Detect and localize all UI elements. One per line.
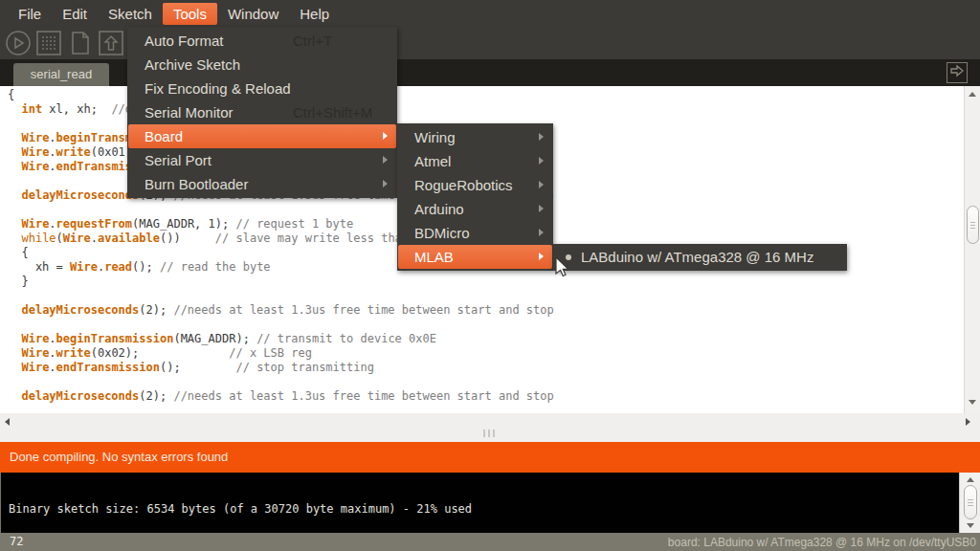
console-scroll-up-icon[interactable] <box>967 477 974 482</box>
board-menu-item-atmel[interactable]: Atmel <box>398 149 552 173</box>
mlab-submenu: LABduino w/ ATmega328 @ 16 MHz <box>553 244 847 271</box>
editor-vertical-scrollbar[interactable] <box>964 86 980 413</box>
menu-item-label: Fix Encoding & Reload <box>145 80 291 97</box>
stop-icon <box>35 30 62 56</box>
console-output: Binary sketch size: 6534 bytes (of a 307… <box>0 473 980 533</box>
menubar-item-help[interactable]: Help <box>289 3 340 25</box>
board-port-info: board: LABduino w/ ATmega328 @ 16 MHz on… <box>668 536 976 549</box>
menubar-item-sketch[interactable]: Sketch <box>98 3 163 25</box>
status-message: Done compiling. No syntax errors found <box>10 450 228 464</box>
submenu-arrow-icon <box>383 180 388 187</box>
menu-shortcut-label: Ctrl+T <box>293 29 332 53</box>
code-line: delayMicroseconds(2); //needs at least 1… <box>8 303 554 318</box>
board-menu-item-mlab[interactable]: MLAB <box>398 245 552 269</box>
board-menu-item-roguerobotics[interactable]: RogueRobotics <box>398 173 552 197</box>
verify-button[interactable] <box>5 30 32 56</box>
submenu-arrow-icon <box>539 157 544 165</box>
code-line: Wire.write(0x02); // x LSB reg <box>8 346 554 361</box>
submenu-arrow-icon <box>539 253 544 260</box>
console-scroll-thumb[interactable] <box>964 485 977 519</box>
menubar-item-file[interactable]: File <box>8 3 52 25</box>
scroll-up-icon[interactable] <box>969 92 976 97</box>
menubar-item-window[interactable]: Window <box>217 3 289 25</box>
code-line: Wire.beginTransmission(MAG_ADDR); // tra… <box>8 332 554 346</box>
menu-item-label: Serial Port <box>145 152 212 168</box>
tab-serial-read[interactable]: serial_read <box>13 63 109 86</box>
menubar-item-edit[interactable]: Edit <box>52 3 98 25</box>
code-line <box>8 375 554 389</box>
console-vertical-scrollbar[interactable] <box>959 473 980 533</box>
open-button[interactable] <box>98 30 124 56</box>
tools-menu-item-auto-format[interactable]: Auto FormatCtrl+T <box>128 29 396 53</box>
menu-item-label: Archive Sketch <box>145 56 240 73</box>
menu-item-label: BDMicro <box>414 225 470 241</box>
mouse-cursor <box>555 256 574 283</box>
code-line: } <box>8 275 554 289</box>
mlab-menu-item-labduino-w-atmega328-16-mhz[interactable]: LABduino w/ ATmega328 @ 16 MHz <box>554 246 846 269</box>
code-line: delayMicroseconds(2); //needs at least 1… <box>8 389 554 404</box>
new-sketch-icon <box>67 30 94 56</box>
menu-item-label: RogueRobotics <box>414 177 513 193</box>
stop-button[interactable] <box>35 30 62 56</box>
submenu-arrow-icon <box>539 229 544 236</box>
menubar: FileEditSketchToolsWindowHelp <box>0 0 980 27</box>
menu-shortcut-label: Ctrl+Shift+M <box>293 100 372 124</box>
tab-menu-button[interactable] <box>947 62 968 83</box>
menu-item-label: Wiring <box>414 129 456 145</box>
menubar-item-tools[interactable]: Tools <box>163 3 217 25</box>
code-line: Wire.endTransmission(); // stop transmit… <box>8 361 554 375</box>
submenu-arrow-icon <box>539 181 544 188</box>
editor-scroll-thumb[interactable] <box>967 206 979 244</box>
open-icon <box>98 30 124 56</box>
console-scroll-down-icon[interactable] <box>967 523 974 528</box>
tools-menu: Auto FormatCtrl+TArchive SketchFix Encod… <box>127 27 397 198</box>
menu-item-label: Arduino <box>414 201 464 217</box>
board-submenu: WiringAtmelRogueRoboticsArduinoBDMicroML… <box>397 123 553 271</box>
tools-menu-item-burn-bootloader[interactable]: Burn Bootloader <box>128 172 396 196</box>
board-menu-item-wiring[interactable]: Wiring <box>398 125 552 149</box>
board-menu-item-arduino[interactable]: Arduino <box>398 197 552 221</box>
menu-item-label: Serial Monitor <box>145 104 234 121</box>
board-menu-item-bdmicro[interactable]: BDMicro <box>398 221 552 245</box>
line-number: 72 <box>10 535 23 548</box>
menu-item-label: Burn Bootloader <box>145 176 248 192</box>
tools-menu-item-serial-monitor[interactable]: Serial MonitorCtrl+Shift+M <box>128 100 396 124</box>
submenu-arrow-icon <box>383 132 388 140</box>
scroll-left-icon[interactable] <box>5 418 10 426</box>
tools-menu-item-fix-encoding-reload[interactable]: Fix Encoding & Reload <box>128 77 396 100</box>
submenu-arrow-icon <box>539 133 544 141</box>
menu-item-label: Atmel <box>414 153 451 169</box>
tools-menu-item-serial-port[interactable]: Serial Port <box>128 148 396 172</box>
submenu-arrow-icon <box>539 205 544 212</box>
code-line <box>8 318 554 332</box>
submenu-arrow-icon <box>383 156 388 164</box>
arduino-ide-window: FileEditSketchToolsWindowHelp <box>0 0 980 551</box>
status-bar: Done compiling. No syntax errors found <box>0 442 980 473</box>
scroll-right-icon[interactable] <box>966 418 970 426</box>
tab-menu-arrow-icon <box>949 64 965 81</box>
menu-item-label: LABduino w/ ATmega328 @ 16 MHz <box>581 249 813 265</box>
editor-horizontal-scrollbar[interactable] <box>0 413 980 442</box>
tools-menu-item-board[interactable]: Board <box>128 124 396 148</box>
menu-item-label: Board <box>145 128 183 144</box>
console-text: Binary sketch size: 6534 bytes (of a 307… <box>9 502 472 516</box>
footer-status-strip: 72 board: LABduino w/ ATmega328 @ 16 MHz… <box>0 533 980 551</box>
new-sketch-button[interactable] <box>67 30 94 56</box>
menu-item-label: Auto Format <box>145 33 224 49</box>
tools-menu-item-archive-sketch[interactable]: Archive Sketch <box>128 53 396 77</box>
code-line <box>8 289 554 303</box>
menu-item-label: MLAB <box>414 249 454 265</box>
verify-icon <box>5 30 32 56</box>
scroll-down-icon[interactable] <box>969 400 976 405</box>
